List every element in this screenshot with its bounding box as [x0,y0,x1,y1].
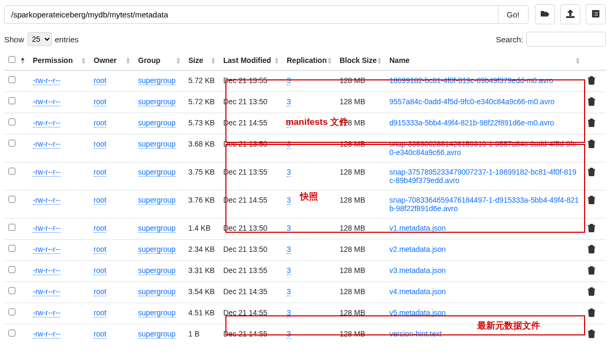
row-checkbox[interactable] [8,119,15,125]
row-checkbox[interactable] [8,76,15,83]
col-group[interactable]: Group▲▼ [134,51,184,70]
filename-link[interactable]: d915333a-5bb4-49f4-821b-98f22f891d6e-m0.… [389,119,554,127]
col-permission[interactable]: Permission▲▼ [29,51,89,70]
permission-link[interactable]: -rw-r--r-- [33,76,60,85]
col-replication[interactable]: Replication▲▼ [283,51,335,70]
group-link[interactable]: supergroup [138,287,176,296]
owner-link[interactable]: root [94,330,106,339]
owner-link[interactable]: root [94,97,106,106]
col-last-modified[interactable]: Last Modified▲▼ [219,51,283,70]
delete-button[interactable] [588,331,595,340]
col-size[interactable]: Size▲▼ [184,51,219,70]
permission-link[interactable]: -rw-r--r-- [33,224,60,233]
row-checkbox[interactable] [8,224,15,231]
col-owner[interactable]: Owner▲▼ [89,51,134,70]
replication-link[interactable]: 3 [287,330,291,339]
group-link[interactable]: supergroup [138,196,176,205]
replication-link[interactable]: 3 [287,287,291,296]
search-input[interactable] [526,32,606,47]
delete-button[interactable] [588,78,595,86]
group-link[interactable]: supergroup [138,76,176,85]
row-checkbox[interactable] [8,245,15,252]
group-link[interactable]: supergroup [138,224,176,233]
group-link[interactable]: supergroup [138,140,176,149]
filename-link[interactable]: v2.metadata.json [389,245,446,253]
filename-link[interactable]: v5.metadata.json [389,308,446,317]
col-block-size[interactable]: Block Size▲▼ [335,51,385,70]
permission-link[interactable]: -rw-r--r-- [33,245,60,254]
owner-link[interactable]: root [94,168,106,177]
permission-link[interactable]: -rw-r--r-- [33,119,60,128]
delete-button[interactable] [588,247,595,255]
filename-link[interactable]: v1.metadata.json [389,224,446,232]
owner-link[interactable]: root [94,76,106,85]
owner-link[interactable]: root [94,119,106,128]
row-checkbox[interactable] [8,266,15,273]
delete-button[interactable] [588,99,595,107]
filename-link[interactable]: v3.metadata.json [389,266,446,275]
permission-link[interactable]: -rw-r--r-- [33,330,60,339]
permission-link[interactable]: -rw-r--r-- [33,97,60,106]
filename-link[interactable]: snap-3368002881426159310-1-9557a84c-0add… [389,140,576,157]
permission-link[interactable]: -rw-r--r-- [33,287,60,296]
filename-link[interactable]: snap-3757895233479007237-1-18699182-bc81… [389,168,576,185]
replication-link[interactable]: 3 [287,97,291,106]
replication-link[interactable]: 3 [287,266,291,275]
go-button[interactable]: Go! [498,6,528,23]
col-name[interactable]: Name▲▼ [385,51,584,70]
filename-link[interactable]: 9557a84c-0add-4f5d-9fc0-e340c84a9c66-m0.… [389,97,554,106]
delete-button[interactable] [588,310,595,319]
permission-link[interactable]: -rw-r--r-- [33,196,60,205]
owner-link[interactable]: root [94,308,106,317]
delete-button[interactable] [588,169,595,178]
row-checkbox[interactable] [8,168,15,175]
upload-button[interactable] [560,4,580,24]
filename-link[interactable]: snap-7083364659476184497-1-d915333a-5bb4… [389,196,579,213]
row-checkbox[interactable] [8,97,15,104]
delete-button[interactable] [588,197,595,206]
group-link[interactable]: supergroup [138,308,176,317]
group-link[interactable]: supergroup [138,330,176,339]
replication-link[interactable]: 3 [287,119,291,128]
replication-link[interactable]: 3 [287,224,291,233]
permission-link[interactable]: -rw-r--r-- [33,266,60,275]
row-checkbox[interactable] [8,330,15,336]
delete-button[interactable] [588,141,595,150]
replication-link[interactable]: 3 [287,140,291,149]
replication-link[interactable]: 3 [287,76,291,85]
replication-link[interactable]: 3 [287,245,291,254]
owner-link[interactable]: root [94,140,106,149]
group-link[interactable]: supergroup [138,119,176,128]
col-select[interactable]: ▲▼ [4,51,29,70]
owner-link[interactable]: root [94,266,106,275]
owner-link[interactable]: root [94,287,106,296]
row-checkbox[interactable] [8,196,15,203]
owner-link[interactable]: root [94,224,106,233]
delete-button[interactable] [588,120,595,129]
view-details-button[interactable] [586,4,606,24]
filename-link[interactable]: 18699182-bc81-4f0f-819c-89b49f379edd-m0.… [389,76,553,85]
delete-button[interactable] [588,289,595,297]
filename-link[interactable]: v4.metadata.json [389,287,446,296]
owner-link[interactable]: root [94,245,106,254]
delete-button[interactable] [588,268,595,276]
permission-link[interactable]: -rw-r--r-- [33,168,60,177]
replication-link[interactable]: 3 [287,168,291,177]
path-input[interactable] [5,6,498,23]
permission-link[interactable]: -rw-r--r-- [33,140,60,149]
row-checkbox[interactable] [8,140,15,147]
row-checkbox[interactable] [8,287,15,294]
permission-link[interactable]: -rw-r--r-- [33,308,60,317]
replication-link[interactable]: 3 [287,196,291,205]
open-folder-button[interactable] [535,4,555,24]
entries-select[interactable]: 25 [28,32,52,46]
select-all-checkbox[interactable] [8,56,15,63]
filename-link[interactable]: version-hint.text [389,330,442,338]
delete-button[interactable] [588,225,595,234]
group-link[interactable]: supergroup [138,168,176,177]
group-link[interactable]: supergroup [138,266,176,275]
group-link[interactable]: supergroup [138,245,176,254]
row-checkbox[interactable] [8,308,15,315]
group-link[interactable]: supergroup [138,97,176,106]
replication-link[interactable]: 3 [287,308,291,317]
